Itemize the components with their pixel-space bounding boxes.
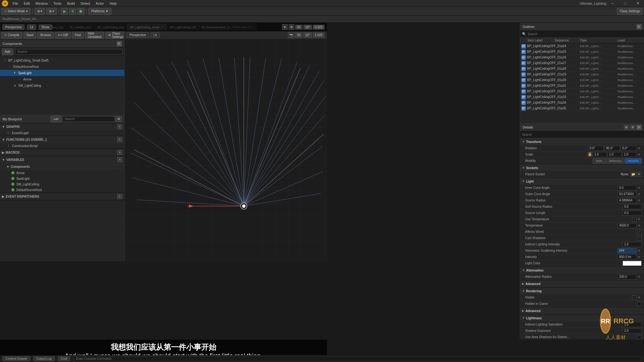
source-length-input[interactable]	[623, 211, 641, 216]
stationary-button[interactable]: Stationary	[606, 158, 625, 163]
visible-checkbox[interactable]	[632, 295, 636, 300]
inner-cone-input[interactable]	[618, 185, 636, 190]
snapping-button[interactable]: ⊞ ▾	[46, 8, 57, 15]
construction-script-item[interactable]: ƒ ConstructionScript	[0, 143, 124, 149]
source-radius-input[interactable]	[618, 198, 636, 203]
movable-button[interactable]: Movable	[625, 158, 641, 163]
temperature-reset[interactable]: ↺	[636, 223, 641, 228]
outliner-row[interactable]: BP BP_LightCeilingOFF_01a29 Edit BP_Ligh…	[520, 72, 644, 77]
find-button[interactable]: Find	[72, 32, 84, 39]
comp-row-self[interactable]: ⬡ BP_LightCeiling_Small (Self)	[0, 57, 124, 63]
minimize-button[interactable]: ─	[606, 0, 619, 7]
light-section-header[interactable]: ▼ Light	[520, 178, 644, 185]
class-settings-button[interactable]: Class Settings	[617, 8, 643, 15]
outliner-search-input[interactable]	[528, 32, 642, 36]
hide-unrelated-button[interactable]: Hide Unrelated	[85, 32, 104, 39]
menu-help[interactable]: Help	[107, 1, 119, 6]
stop-button[interactable]: ⏹	[77, 8, 84, 15]
outliner-row[interactable]: BP BP_LightCeilingOFF_01a28 Edit BP_Ligh…	[520, 66, 644, 72]
event-dispatchers-header[interactable]: ▶ EVENT DISPATCHERS +	[0, 193, 124, 200]
console-input[interactable]	[73, 356, 641, 362]
event-graph-item[interactable]: ⬡ EventGraph	[0, 130, 124, 136]
temperature-input[interactable]	[618, 223, 636, 228]
show-button[interactable]: Show	[39, 25, 52, 30]
parent-socket-clear-icon[interactable]: ✕	[636, 172, 641, 177]
platforms-button[interactable]: Platforms ▼	[88, 8, 111, 15]
comp-row-sm[interactable]: ◈ SM_LightCeiling	[0, 82, 124, 89]
comp-row-sceneroot[interactable]: ○ DefaultSceneRoot	[0, 63, 124, 70]
scale-lock-icon[interactable]: 🔒	[588, 152, 592, 156]
compile-button[interactable]: ⚙ Compile	[1, 32, 22, 39]
rotation-y-input[interactable]	[604, 146, 620, 151]
outliner-row[interactable]: BP BP_LightCeilingOFF_01a24 Edit BP_Ligh…	[520, 43, 644, 49]
inner-cone-reset[interactable]: ↺	[636, 185, 641, 190]
affects-world-checkbox[interactable]	[637, 230, 641, 234]
light-color-swatch[interactable]	[623, 261, 641, 266]
variables-add-icon[interactable]: +	[117, 157, 122, 162]
outer-cone-reset[interactable]: ↺	[636, 192, 641, 197]
functions-add-icon[interactable]: +	[117, 137, 122, 142]
volumetric-scatter-reset[interactable]: ↺	[636, 248, 641, 253]
play-button[interactable]: ▶	[61, 8, 68, 15]
var-drag-handle-arrow[interactable]: ⋮⋮	[117, 172, 122, 174]
outliner-row[interactable]: BP BP_LightCeilingOFF_01a26 Edit BP_Ligh…	[520, 55, 644, 60]
scale-y-input[interactable]	[608, 152, 622, 157]
comp-row-spotlight[interactable]: ✦ SpotLight	[0, 70, 124, 76]
source-radius-reset[interactable]: ↺	[636, 198, 641, 203]
outliner-row[interactable]: BP BP_LightCeilingOFF_01a35 Edit BP_Ligh…	[520, 106, 644, 111]
attenuation-radius-reset[interactable]: ↺	[636, 274, 641, 279]
indirect-lighting-input[interactable]	[623, 242, 641, 247]
save-bp-button[interactable]: Save	[24, 32, 36, 39]
menu-window[interactable]: Window	[33, 1, 50, 6]
hidden-in-game-checkbox[interactable]	[637, 302, 641, 306]
outliner-row[interactable]: BP BP_LightCeilingOFF_01a31 Edit BP_Ligh…	[520, 83, 644, 89]
maximize-button[interactable]: □	[619, 0, 631, 7]
transform-section-header[interactable]: ▼ Transform	[520, 138, 644, 145]
cast-shadows-checkbox[interactable]	[637, 236, 641, 240]
perspective-mode-button[interactable]: Perspective	[127, 32, 149, 38]
lit-button[interactable]: Lit	[27, 25, 36, 30]
advanced-header-1[interactable]: ▶ Advanced	[520, 280, 644, 287]
scale-x-input[interactable]	[593, 152, 607, 157]
my-blueprint-search[interactable]	[63, 116, 115, 122]
macros-add-icon[interactable]: +	[117, 150, 122, 155]
class-settings-bp-button[interactable]: ⚙ Class Settings	[105, 32, 126, 39]
ed-add-icon[interactable]: +	[117, 194, 122, 199]
attenuation-radius-input[interactable]	[618, 274, 636, 279]
outliner-row[interactable]: BP BP_LightCeilingOFF_01a30 Edit BP_Ligh…	[520, 77, 644, 83]
volumetric-scatter-input[interactable]	[618, 248, 636, 253]
select-mode-button[interactable]: ⊹ Select Mode ▾	[1, 8, 31, 15]
soft-source-radius-input[interactable]	[623, 204, 641, 209]
diff-button[interactable]: ⟷ Diff	[55, 32, 71, 39]
pause-button[interactable]: ⏸	[69, 8, 76, 15]
scale-reset-button[interactable]: ↺	[636, 152, 641, 157]
close-button[interactable]: ✕	[631, 0, 644, 7]
menu-select[interactable]: Select	[78, 1, 93, 6]
outliner-row[interactable]: BP BP_LightCeilingOFF_01a34 Edit BP_Ligh…	[520, 100, 644, 106]
var-drag-handle-spotlight[interactable]: ⋮⋮	[117, 177, 122, 180]
outer-cone-input[interactable]	[618, 192, 636, 197]
intensity-input[interactable]	[618, 255, 636, 260]
menu-file[interactable]: File	[10, 1, 21, 6]
sockets-section-header[interactable]: ▼ Sockets	[520, 164, 644, 171]
menu-actor[interactable]: Actor	[93, 1, 107, 6]
details-settings-icon[interactable]: ⚙	[630, 125, 635, 130]
functions-section-header[interactable]: ▼ FUNCTIONS (21 OVERRI...) +	[0, 136, 124, 143]
attenuation-header[interactable]: ▼ Attenuation	[520, 267, 644, 274]
graphs-section-header[interactable]: ▼ GRAPHS +	[0, 123, 124, 130]
output-log-button[interactable]: Output Log	[33, 356, 54, 361]
lit-mode-button[interactable]: Lit	[151, 32, 160, 38]
components-search-input[interactable]	[15, 49, 122, 55]
rendering-header[interactable]: ▼ Rendering	[520, 288, 644, 294]
transform-mode-button[interactable]: ⊕ ▾	[35, 8, 45, 15]
outliner-row[interactable]: BP BP_LightCeilingOFF_01a27 Edit BP_Ligh…	[520, 60, 644, 66]
outliner-row[interactable]: BP BP_LightCeilingOFF_01a32 Edit BP_Ligh…	[520, 89, 644, 94]
graphs-add-icon[interactable]: +	[117, 124, 122, 129]
components-close-button[interactable]: ✕	[117, 41, 122, 46]
comp-row-arrow[interactable]: → Arrow	[0, 76, 124, 82]
viewport-icon-2[interactable]: ⊞	[289, 24, 294, 30]
blueprint-graph[interactable]	[124, 40, 327, 261]
cmd-button[interactable]: Cmd	[58, 356, 70, 361]
variables-section-header[interactable]: ▼ VARIABLES +	[0, 156, 124, 163]
details-close-button[interactable]: ✕	[636, 125, 641, 130]
